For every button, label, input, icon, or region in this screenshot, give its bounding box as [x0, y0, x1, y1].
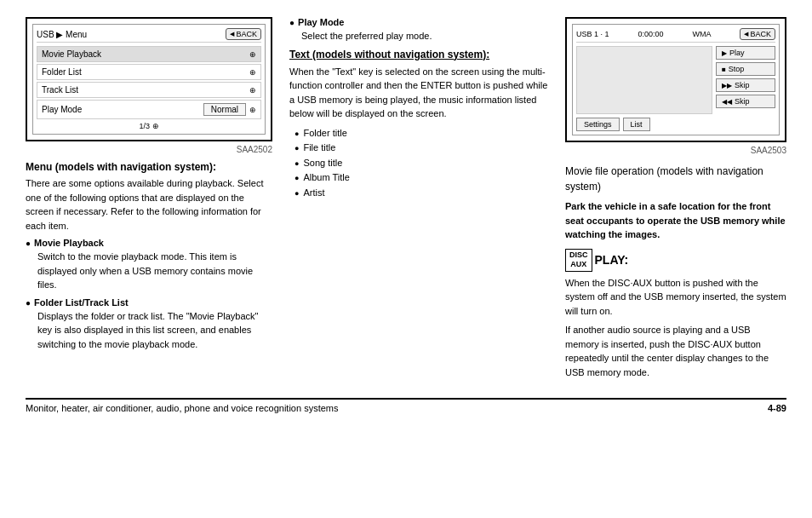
down-arrow-icon: ⊕: [152, 122, 159, 130]
disc-aux-badge: DISC AUX: [565, 249, 592, 272]
screen-top-bar-left: USB ▶ Menu BACK: [37, 28, 261, 43]
page-layout: USB ▶ Menu BACK Movie Playback ⊕ Folder …: [26, 17, 786, 384]
video-preview-area: [576, 46, 712, 114]
skip-back-icon: ◀◀: [722, 98, 732, 106]
right-screen-inner: USB 1 · 1 0:00:00 WMA BACK ▶ Play ■: [572, 24, 780, 135]
stop-icon: ■: [722, 66, 726, 73]
track-list-arrow: ⊕: [249, 86, 256, 95]
play-mode-bullet-section: Play Mode Select the preferred play mode…: [289, 17, 548, 43]
folder-list-item[interactable]: Folder List ⊕: [37, 64, 261, 80]
play-mode-item[interactable]: Play Mode Normal ⊕: [37, 100, 261, 119]
stop-label: Stop: [729, 65, 745, 73]
disc-label: DISC: [569, 250, 588, 261]
movie-playback-bullet-title: Movie Playback: [26, 238, 272, 248]
play-mode-bullet-title: Play Mode: [289, 17, 548, 27]
folder-list-label: Folder List: [42, 67, 82, 77]
page-footer: Monitor, heater, air conditioner, audio,…: [26, 398, 786, 413]
movie-playback-bullet-body: Switch to the movie playback mode. This …: [26, 250, 272, 292]
track-list-label: Track List: [42, 85, 78, 95]
skip-forward-icon: ▶▶: [722, 82, 732, 89]
menu-section-title: Menu (models with navigation system):: [26, 161, 272, 173]
play-button[interactable]: ▶ Play: [716, 46, 775, 60]
right-text-section: Movie file operation (models with naviga…: [565, 164, 786, 379]
skip-fwd-label: Skip: [735, 81, 750, 89]
pagination-text: 1/3: [139, 122, 150, 130]
list-item-song-title: Song title: [294, 156, 548, 171]
folder-list-bullet: Folder List/Track List Displays the fold…: [26, 297, 272, 352]
right-screen-diagram: USB 1 · 1 0:00:00 WMA BACK ▶ Play ■: [565, 17, 786, 142]
movie-playback-bullet: Movie Playback Switch to the movie playb…: [26, 238, 272, 292]
play-body-1: When the DISC·AUX button is pushed with …: [565, 276, 786, 319]
usb-track-label: USB 1 · 1: [576, 30, 609, 38]
footer-left-text: Monitor, heater, air conditioner, audio,…: [26, 403, 339, 413]
skip-back-button[interactable]: ◀◀ Skip: [716, 95, 775, 108]
text-section-body: When the "Text" key is selected on the s…: [289, 65, 548, 121]
play-heading-text: PLAY:: [595, 253, 629, 267]
diagram-label-right: SAA2503: [565, 146, 786, 155]
usb-menu-label: USB ▶ Menu: [37, 30, 87, 39]
list-button[interactable]: List: [623, 118, 650, 131]
stop-button[interactable]: ■ Stop: [716, 62, 775, 76]
middle-column: Play Mode Select the preferred play mode…: [289, 17, 548, 384]
right-screen-bottom-buttons: Settings List: [576, 118, 775, 131]
folder-list-bullet-title: Folder List/Track List: [26, 297, 272, 308]
playback-controls: ▶ Play ■ Stop ▶▶ Skip ◀◀: [716, 46, 775, 114]
skip-forward-button[interactable]: ▶▶ Skip: [716, 78, 775, 92]
skip-back-label: Skip: [735, 97, 750, 106]
aux-label: AUX: [569, 260, 588, 270]
right-screen-top-bar: USB 1 · 1 0:00:00 WMA BACK: [576, 28, 775, 43]
screen-inner-left: USB ▶ Menu BACK Movie Playback ⊕ Folder …: [32, 24, 266, 135]
text-list: Folder title File title Song title Album…: [289, 126, 548, 201]
back-button-left[interactable]: BACK: [226, 28, 261, 40]
folder-list-arrow: ⊕: [249, 68, 256, 77]
play-mode-arrow: ⊕: [249, 106, 256, 114]
play-mode-value: Normal: [203, 103, 246, 116]
play-mode-label: Play Mode: [42, 105, 200, 114]
movie-playback-item[interactable]: Movie Playback ⊕: [37, 46, 261, 62]
movie-op-title: Movie file operation (models with naviga…: [565, 164, 786, 194]
screen-pagination: 1/3 ⊕: [37, 122, 261, 130]
text-section-header: Text (models without navigation system):: [289, 49, 548, 60]
play-heading: DISC AUX PLAY:: [565, 249, 786, 272]
warning-text: Park the vehicle in a safe location for …: [565, 199, 786, 242]
play-mode-bullet-body: Select the preferred play mode.: [289, 29, 548, 43]
play-icon: ▶: [722, 49, 727, 57]
play-body-2: If another audio source is playing and a…: [565, 323, 786, 379]
footer-page-number: 4-89: [768, 403, 786, 413]
diagram-label-left: SAA2502: [26, 145, 272, 154]
left-column: USB ▶ Menu BACK Movie Playback ⊕ Folder …: [26, 17, 272, 384]
left-screen-diagram: USB ▶ Menu BACK Movie Playback ⊕ Folder …: [26, 17, 272, 141]
right-screen-body: ▶ Play ■ Stop ▶▶ Skip ◀◀: [576, 46, 775, 114]
movie-playback-arrow: ⊕: [249, 50, 256, 59]
right-column: USB 1 · 1 0:00:00 WMA BACK ▶ Play ■: [565, 17, 786, 384]
track-list-item[interactable]: Track List ⊕: [37, 82, 261, 98]
folder-list-bullet-body: Displays the folder or track list. The "…: [26, 309, 272, 352]
list-item-file-title: File title: [294, 141, 548, 156]
movie-playback-label: Movie Playback: [42, 49, 101, 59]
list-item-folder-title: Folder title: [294, 126, 548, 141]
mode-label: WMA: [693, 30, 712, 38]
settings-button[interactable]: Settings: [576, 118, 620, 131]
list-item-album-title: Album Title: [294, 170, 548, 186]
back-button-right[interactable]: BACK: [740, 28, 775, 40]
play-label: Play: [729, 49, 745, 57]
list-item-artist: Artist: [294, 186, 548, 201]
left-text-section: Menu (models with navigation system): Th…: [26, 161, 272, 351]
time-display: 0:00:00: [638, 30, 664, 38]
menu-intro-text: There are some options available during …: [26, 176, 272, 233]
